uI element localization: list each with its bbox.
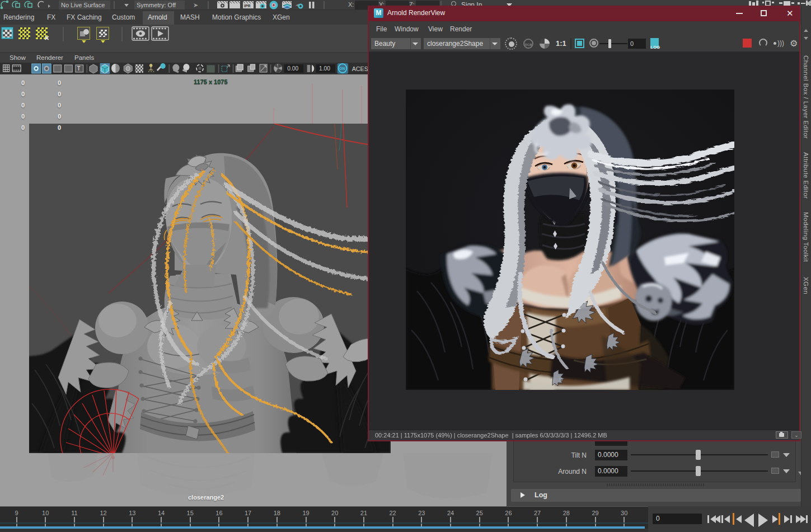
svg-text:1.00: 1.00 <box>319 65 330 72</box>
svg-text:0.00: 0.00 <box>287 65 298 72</box>
svg-text:T: T <box>77 65 81 72</box>
svg-text:ON: ON <box>339 67 345 70</box>
svg-text:ACES: ACES <box>352 65 368 72</box>
svg-text:IPR: IPR <box>244 4 251 8</box>
